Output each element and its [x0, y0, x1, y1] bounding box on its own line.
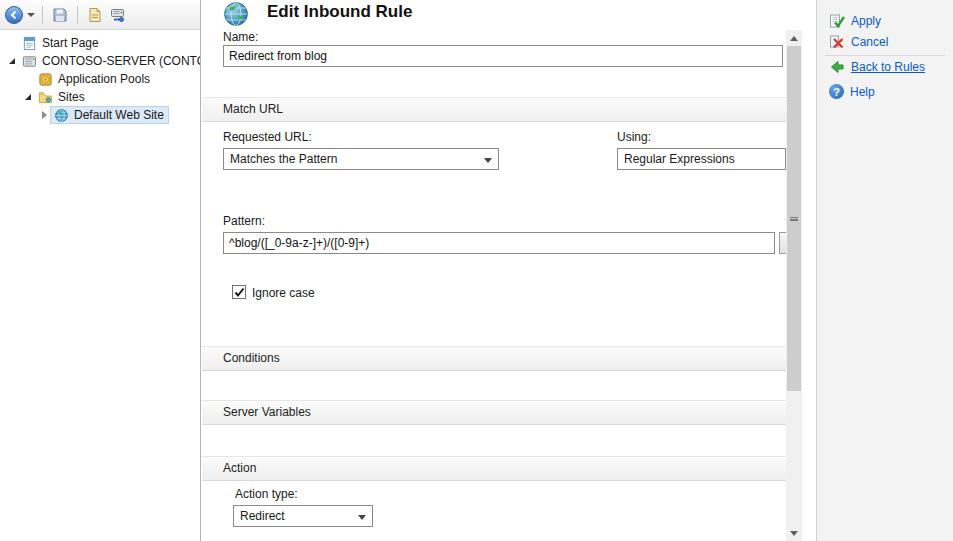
question-glyph: ?: [833, 86, 840, 98]
tree-item-label: Application Pools: [56, 72, 152, 86]
requested-url-label: Requested URL:: [223, 130, 312, 144]
help-label: Help: [850, 85, 875, 99]
connect-server-button[interactable]: [108, 4, 128, 26]
back-arrow-icon: [9, 10, 19, 20]
thumb-gripper-icon: [790, 217, 798, 221]
action-type-label: Action type:: [235, 487, 298, 501]
conditions-section-header: Conditions: [202, 346, 786, 371]
match-url-section-header: Match URL: [202, 97, 786, 122]
save-connection-button[interactable]: [50, 4, 70, 26]
scroll-up-button[interactable]: [786, 30, 802, 46]
action-section-header: Action: [202, 456, 786, 481]
expanded-icon[interactable]: [22, 94, 34, 100]
nav-history-caret[interactable]: [27, 13, 35, 17]
collapsed-icon[interactable]: [38, 111, 50, 119]
tree-item-start-page[interactable]: Start Page: [0, 34, 200, 52]
vertical-scrollbar[interactable]: [786, 30, 802, 541]
connections-panel: Start Page CONTOSO-SERVER (CONTOS Applic…: [0, 0, 201, 541]
triangle-up-icon: [790, 36, 798, 41]
back-arrow-icon: [829, 59, 845, 75]
edit-inbound-rule-page: Edit Inbound Rule Name: Match URL Reques…: [202, 0, 816, 541]
using-label: Using:: [617, 130, 651, 144]
tree-item-application-pools[interactable]: Application Pools: [0, 70, 200, 88]
help-icon: ?: [829, 84, 844, 99]
cancel-icon: [829, 34, 845, 50]
rule-globe-icon: [223, 1, 249, 27]
server-variables-section-header: Server Variables: [202, 400, 786, 425]
action-type-select[interactable]: Redirect: [233, 505, 373, 527]
actions-separator: [825, 55, 945, 56]
sites-folder-icon: [37, 89, 53, 105]
requested-url-select[interactable]: Matches the Pattern: [223, 148, 499, 170]
action-type-value: Redirect: [240, 509, 285, 523]
scrollbar-thumb[interactable]: [787, 46, 801, 391]
back-to-rules-button[interactable]: Back to Rules: [829, 59, 925, 75]
using-select[interactable]: Regular Expressions: [617, 148, 786, 170]
expanded-icon[interactable]: [6, 58, 18, 64]
chevron-down-icon: [358, 515, 366, 520]
section-title: Match URL: [223, 102, 283, 116]
pattern-label: Pattern:: [223, 214, 265, 228]
checkmark-icon: [234, 287, 245, 298]
back-to-rules-label: Back to Rules: [851, 60, 925, 74]
pattern-input[interactable]: [223, 232, 775, 254]
cancel-button[interactable]: Cancel: [829, 34, 888, 50]
help-button[interactable]: ? Help: [829, 84, 875, 99]
triangle-down-icon: [790, 531, 798, 536]
chevron-down-icon: [484, 158, 492, 163]
toolbar-separator: [42, 6, 43, 24]
apply-label: Apply: [851, 14, 881, 28]
connect-server-icon: [110, 7, 126, 23]
requested-url-value: Matches the Pattern: [230, 152, 337, 166]
save-icon: [52, 7, 68, 23]
start-page-icon: [21, 35, 37, 51]
web-site-globe-icon: [53, 107, 69, 123]
ignore-case-checkbox[interactable]: [232, 285, 246, 299]
tree-item-server[interactable]: CONTOSO-SERVER (CONTOS: [0, 52, 200, 70]
section-title: Conditions: [223, 351, 280, 365]
scroll-down-button[interactable]: [786, 525, 802, 541]
using-value: Regular Expressions: [624, 152, 735, 166]
toolbar-separator: [77, 6, 78, 24]
tree-item-sites[interactable]: Sites: [0, 88, 200, 106]
tree-item-default-web-site[interactable]: Default Web Site: [0, 106, 200, 124]
tree-item-label: CONTOSO-SERVER (CONTOS: [40, 54, 200, 68]
section-title: Action: [223, 461, 256, 475]
new-connection-button[interactable]: [85, 4, 105, 26]
tree-item-label: Sites: [56, 90, 87, 104]
tree-item-label: Start Page: [40, 36, 101, 50]
iis-manager-window: Start Page CONTOSO-SERVER (CONTOS Applic…: [0, 0, 953, 541]
connections-toolbar: [0, 0, 200, 30]
ignore-case-label: Ignore case: [252, 286, 315, 300]
name-label: Name:: [223, 30, 258, 44]
page-title: Edit Inbound Rule: [267, 2, 412, 22]
application-pools-icon: [37, 71, 53, 87]
tree-item-label: Default Web Site: [72, 108, 166, 122]
cancel-label: Cancel: [851, 35, 888, 49]
new-connection-icon: [87, 7, 103, 23]
apply-icon: [829, 13, 845, 29]
apply-button[interactable]: Apply: [829, 13, 881, 29]
server-icon: [21, 53, 37, 69]
section-title: Server Variables: [223, 405, 311, 419]
nav-back-button[interactable]: [5, 6, 23, 24]
actions-panel: Apply Cancel Back to Rules ? Help: [816, 0, 953, 541]
connections-tree: Start Page CONTOSO-SERVER (CONTOS Applic…: [0, 30, 200, 124]
name-input[interactable]: [223, 45, 783, 67]
